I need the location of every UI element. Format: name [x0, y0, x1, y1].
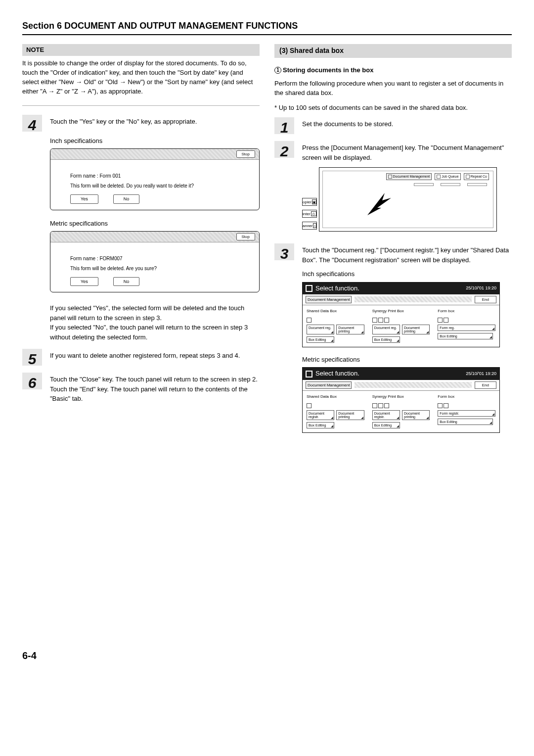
- form-reg-button[interactable]: Form reg.: [438, 325, 495, 331]
- step6-line2: Touch the "End" key. The touch panel wil…: [50, 384, 260, 404]
- prompt-line: This form will be deleted. Do you really…: [70, 183, 239, 189]
- doc-print-button[interactable]: Document printing: [402, 410, 430, 420]
- physical-buttons: opier▣ inter⎙ anner⌂: [302, 198, 317, 230]
- end-button[interactable]: End: [475, 381, 496, 389]
- doc-reg-button[interactable]: Document reg.: [307, 325, 334, 334]
- step-text: If you want to delete another registered…: [50, 349, 240, 366]
- device-screen-panel: opier▣ inter⎙ anner⌂ Document Management…: [319, 167, 497, 232]
- box-edit-button[interactable]: Box Editing: [438, 333, 493, 339]
- confirm-panel-inch: Stop Form name : Form 001 This form will…: [50, 148, 260, 210]
- col-title: Shared Data Box: [307, 394, 364, 399]
- confirm-panel-metric: Stop Form name : FORM007 This form will …: [50, 231, 260, 293]
- form-name-line: Form name : FORM007: [70, 255, 239, 262]
- form-icon: [444, 318, 448, 323]
- step-number: 4: [22, 115, 42, 132]
- col-title: Synergy Print Box: [372, 308, 430, 314]
- box-icon: [372, 318, 377, 323]
- prompt-line: This form will be deleted. Are you sure?: [70, 265, 239, 272]
- no-button[interactable]: No: [113, 277, 140, 286]
- col-title: Form box: [438, 308, 495, 314]
- box-edit-button[interactable]: Box Editing: [372, 422, 400, 428]
- doc-print-button[interactable]: Document printing: [336, 410, 364, 420]
- form-icon: [444, 403, 448, 408]
- box-icon: [307, 318, 312, 323]
- step-r2: 2 Press the [Document Management] key. T…: [274, 141, 512, 162]
- sf-timestamp: 25/10/'01 19:20: [466, 371, 496, 377]
- step-text: Touch the "Yes" key or the "No" key, as …: [50, 115, 197, 132]
- step-r1: 1 Set the documents to be stored.: [274, 117, 512, 134]
- doc-registr-button[interactable]: Document registr.: [307, 410, 334, 420]
- step-text: Press the [Document Management] key. The…: [302, 141, 512, 162]
- sf-timestamp: 25/10/'01 19:20: [466, 285, 496, 291]
- box-icon: [307, 403, 312, 408]
- scanner-button[interactable]: anner⌂: [302, 222, 317, 230]
- doc-reg-button[interactable]: Document reg.: [372, 325, 400, 334]
- right-column: (3) Shared data box 1Storing documents i…: [274, 44, 512, 441]
- sub-heading-text: Storing documents in the box: [283, 66, 373, 74]
- panel-header: Stop: [50, 149, 259, 160]
- printer-button[interactable]: inter⎙: [302, 210, 317, 218]
- left-column: NOTE It is possible to change the order …: [22, 44, 260, 441]
- sf-title-icon: [306, 371, 312, 378]
- section-3-heading: (3) Shared data box: [274, 44, 512, 58]
- col-title: Synergy Print Box: [372, 394, 430, 399]
- form-name-line: Form name : Form 001: [70, 173, 239, 180]
- doc-registr-button[interactable]: Document registr.: [372, 410, 400, 420]
- sf-title: Select function.: [315, 284, 359, 293]
- no-button[interactable]: No: [113, 194, 140, 204]
- step-number: 5: [22, 349, 42, 366]
- step-text: Touch the "Close" key. The touch panel w…: [50, 373, 260, 404]
- sf-title: Select function.: [315, 369, 359, 378]
- doc-print-button[interactable]: Document printing: [336, 325, 364, 334]
- end-button[interactable]: End: [475, 296, 496, 303]
- status-label: Document Management: [306, 296, 352, 303]
- yes-button[interactable]: Yes: [70, 194, 98, 204]
- yes-button[interactable]: Yes: [70, 277, 98, 286]
- intro-text-1: Perform the following procedure when you…: [274, 79, 512, 98]
- box-icon: [384, 318, 389, 323]
- box-edit-button[interactable]: Box Editing: [438, 419, 493, 425]
- select-function-panel-metric: Select function. 25/10/'01 19:20 Documen…: [302, 367, 500, 433]
- tab-doc-management[interactable]: Document Management: [386, 173, 432, 180]
- box-edit-button[interactable]: Box Editing: [307, 336, 334, 343]
- form-icon: [438, 318, 443, 323]
- repeat-icon: [466, 175, 470, 179]
- page-number: 6-4: [22, 649, 512, 662]
- box-icon: [384, 403, 389, 408]
- copier-button[interactable]: opier▣: [302, 198, 317, 206]
- box-edit-button[interactable]: Box Editing: [307, 422, 334, 428]
- tab-job-queue[interactable]: Job Queue: [435, 173, 460, 180]
- step6-line1: Touch the "Close" key. The touch panel w…: [50, 375, 260, 384]
- step-6: 6 Touch the "Close" key. The touch panel…: [22, 373, 260, 404]
- stop-button[interactable]: Stop: [236, 233, 255, 240]
- spec-metric-label: Metric specifications: [50, 219, 260, 228]
- sf-title-icon: [306, 285, 312, 292]
- step-5: 5 If you want to delete another register…: [22, 349, 260, 366]
- step-text: Set the documents to be stored.: [302, 117, 393, 134]
- spec-metric-label-r: Metric specifications: [302, 355, 512, 364]
- status-pattern: [355, 382, 471, 388]
- step-number: 2: [274, 141, 294, 158]
- page-title: Section 6 DOCUMENT AND OUTPUT MANAGEMENT…: [22, 20, 512, 35]
- select-function-panel-inch: Select function. 25/10/'01 19:20 Documen…: [302, 282, 500, 348]
- box-icon: [378, 318, 383, 323]
- doc-icon: [388, 175, 392, 179]
- form-registr-button[interactable]: Form registr.: [438, 410, 495, 417]
- scanner-icon: ⌂: [313, 223, 316, 228]
- spec-inch-label: Inch specifications: [50, 137, 260, 145]
- note-heading: NOTE: [22, 44, 260, 56]
- step-number: 6: [22, 373, 42, 389]
- circled-number: 1: [274, 67, 281, 74]
- tab-repeat-copy[interactable]: Repeat Co: [464, 173, 489, 180]
- box-icon: [372, 403, 377, 408]
- result-text: If you selected "Yes", the selected form…: [50, 301, 260, 342]
- stop-button[interactable]: Stop: [236, 150, 255, 158]
- box-edit-button[interactable]: Box Editing: [372, 336, 400, 343]
- printer-icon: ⎙: [311, 211, 316, 216]
- copier-icon: ▣: [312, 199, 316, 204]
- doc-print-button[interactable]: Document printing: [402, 325, 430, 334]
- intro-text-2: * Up to 100 sets of documents can be sav…: [274, 103, 512, 113]
- form-icon: [438, 403, 443, 408]
- status-pattern: [355, 296, 471, 302]
- step-text: Touch the "Document reg." ["Document reg…: [302, 243, 512, 265]
